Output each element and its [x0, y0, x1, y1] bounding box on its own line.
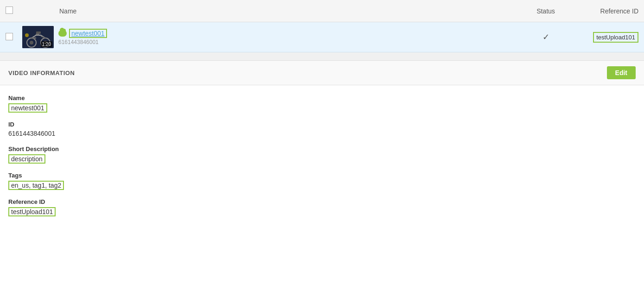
video-name[interactable]: newtest001 — [69, 29, 107, 38]
field-value-reference-id: testUpload101 — [8, 207, 56, 216]
video-info-header: VIDEO INFORMATION Edit — [0, 61, 644, 85]
row-name-group: newtest001 — [58, 29, 527, 38]
field-label-name: Name — [8, 95, 636, 101]
reference-id-value: testUpload101 — [593, 32, 638, 43]
fields-area: Name newtest001 ID 6161443846001 Short D… — [0, 85, 644, 234]
row-checkbox[interactable] — [6, 33, 13, 40]
section-title: VIDEO INFORMATION — [8, 70, 75, 76]
video-thumbnail: 1:20 — [22, 26, 54, 48]
field-reference-id: Reference ID testUpload101 — [8, 198, 636, 216]
header-col-name: Name — [22, 7, 527, 15]
video-id: 6161443846001 — [58, 39, 527, 45]
field-value-id: 6161443846001 — [8, 130, 55, 137]
field-label-reference-id: Reference ID — [8, 198, 636, 205]
field-tags: Tags en_us, tag1, tag2 — [8, 172, 636, 190]
svg-point-3 — [30, 41, 33, 44]
header-col-refid: Reference ID — [564, 7, 638, 15]
header-checkbox[interactable] — [6, 6, 13, 14]
header-checkbox-col — [6, 6, 22, 15]
svg-point-6 — [25, 33, 29, 37]
svg-rect-5 — [36, 32, 41, 34]
section-spacer — [0, 52, 644, 61]
status-checkmark: ✓ — [543, 32, 549, 42]
field-value-name: newtest001 — [8, 103, 47, 113]
field-label-short-description: Short Description — [8, 146, 636, 152]
row-checkbox-col — [6, 33, 22, 42]
table-header: Name Status Reference ID — [0, 0, 644, 22]
field-label-id: ID — [8, 121, 636, 128]
field-label-tags: Tags — [8, 172, 636, 179]
field-value-tags: en_us, tag1, tag2 — [8, 181, 64, 190]
header-col-status: Status — [527, 7, 564, 15]
video-duration: 1:20 — [41, 41, 52, 47]
field-id: ID 6161443846001 — [8, 121, 636, 137]
row-status-col: ✓ — [527, 32, 564, 42]
edit-button[interactable]: Edit — [607, 66, 636, 79]
row-refid-col: testUpload101 — [564, 32, 638, 43]
field-value-short-description: description — [8, 154, 45, 164]
cloud-icon — [58, 30, 67, 37]
field-name: Name newtest001 — [8, 95, 636, 113]
row-info: newtest001 6161443846001 — [58, 29, 527, 45]
table-row[interactable]: 1:20 newtest001 6161443846001 ✓ testUplo… — [0, 22, 644, 52]
field-short-description: Short Description description — [8, 146, 636, 164]
